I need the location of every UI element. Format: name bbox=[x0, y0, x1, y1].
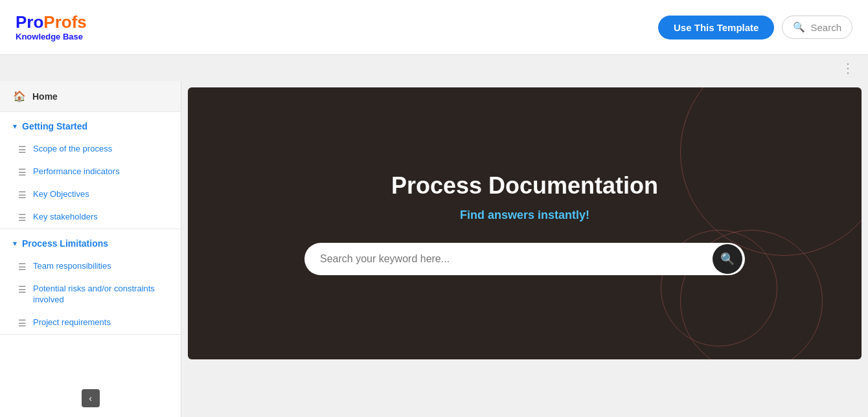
hero-search-input[interactable] bbox=[304, 243, 713, 275]
hero-title: Process Documentation bbox=[391, 172, 658, 199]
header-actions: Use This Template 🔍 Search bbox=[658, 16, 852, 39]
decorative-circle-1 bbox=[680, 87, 862, 256]
sidebar-item-label-scope: Scope of the process bbox=[33, 144, 112, 155]
doc-icon: ☰ bbox=[18, 212, 27, 223]
sidebar-section-title-process-limitations: Process Limitations bbox=[22, 238, 108, 249]
sidebar-item-label-team: Team responsibilities bbox=[33, 261, 111, 272]
logo: ProProfs Knowledge Base bbox=[16, 13, 87, 42]
home-label: Home bbox=[32, 91, 58, 102]
sidebar-section-process-limitations: ▾ Process Limitations ☰ Team responsibil… bbox=[0, 229, 181, 335]
sidebar-item-objectives[interactable]: ☰ Key Objectives bbox=[0, 183, 181, 206]
sidebar-section-getting-started: ▾ Getting Started ☰ Scope of the process… bbox=[0, 112, 181, 229]
header: ProProfs Knowledge Base Use This Templat… bbox=[0, 0, 868, 55]
chevron-down-icon: ▾ bbox=[13, 122, 17, 131]
sidebar-item-risks[interactable]: ☰ Potential risks and/or constraints inv… bbox=[0, 278, 181, 311]
search-label: Search bbox=[810, 22, 841, 33]
sidebar-item-label-requirements: Project requirements bbox=[33, 317, 111, 328]
doc-icon: ☰ bbox=[18, 318, 27, 328]
content-area: Process Documentation Find answers insta… bbox=[181, 81, 868, 417]
header-search-box[interactable]: 🔍 Search bbox=[782, 16, 852, 39]
hero-search-button[interactable]: 🔍 bbox=[713, 244, 742, 274]
hero-search-container: 🔍 bbox=[304, 243, 745, 275]
sidebar-item-team-responsibilities[interactable]: ☰ Team responsibilities bbox=[0, 255, 181, 278]
dots-icon: ⋮ bbox=[841, 60, 855, 76]
sidebar-item-label-risks: Potential risks and/or constraints invol… bbox=[33, 284, 168, 306]
hero-subtitle: Find answers instantly! bbox=[460, 208, 589, 222]
sidebar-section-getting-started-header[interactable]: ▾ Getting Started bbox=[0, 112, 181, 138]
sidebar-item-label-performance: Performance indicators bbox=[33, 166, 120, 177]
dots-area: ⋮ bbox=[0, 55, 868, 81]
sidebar-item-stakeholders[interactable]: ☰ Key stakeholders bbox=[0, 206, 181, 229]
doc-icon: ☰ bbox=[18, 167, 27, 177]
home-icon: 🏠 bbox=[13, 90, 26, 102]
sidebar-item-home[interactable]: 🏠 Home bbox=[0, 81, 181, 112]
sidebar: 🏠 Home ▾ Getting Started ☰ Scope of the … bbox=[0, 81, 181, 417]
sidebar-section-process-limitations-header[interactable]: ▾ Process Limitations bbox=[0, 229, 181, 255]
hero-banner: Process Documentation Find answers insta… bbox=[188, 87, 862, 359]
sidebar-item-label-stakeholders: Key stakeholders bbox=[33, 212, 98, 223]
search-icon: 🔍 bbox=[720, 252, 735, 266]
sidebar-section-title-getting-started: Getting Started bbox=[22, 121, 87, 131]
sidebar-item-label-objectives: Key Objectives bbox=[33, 189, 89, 200]
doc-icon: ☰ bbox=[18, 262, 27, 272]
doc-icon: ☰ bbox=[18, 144, 27, 155]
doc-icon: ☰ bbox=[18, 284, 27, 295]
sidebar-item-project-requirements[interactable]: ☰ Project requirements bbox=[0, 311, 181, 334]
logo-subtitle: Knowledge Base bbox=[16, 32, 87, 41]
sidebar-item-performance[interactable]: ☰ Performance indicators bbox=[0, 161, 181, 183]
logo-profs-text: Profs bbox=[43, 12, 86, 32]
main-layout: 🏠 Home ▾ Getting Started ☰ Scope of the … bbox=[0, 81, 868, 417]
use-template-button[interactable]: Use This Template bbox=[658, 16, 774, 39]
search-icon: 🔍 bbox=[793, 21, 805, 33]
chevron-down-icon: ▾ bbox=[13, 239, 17, 248]
logo-pro-text: Pro bbox=[16, 12, 43, 32]
doc-icon: ☰ bbox=[18, 190, 27, 200]
sidebar-item-scope[interactable]: ☰ Scope of the process bbox=[0, 138, 181, 161]
sidebar-collapse-button[interactable]: ‹ bbox=[82, 389, 100, 407]
